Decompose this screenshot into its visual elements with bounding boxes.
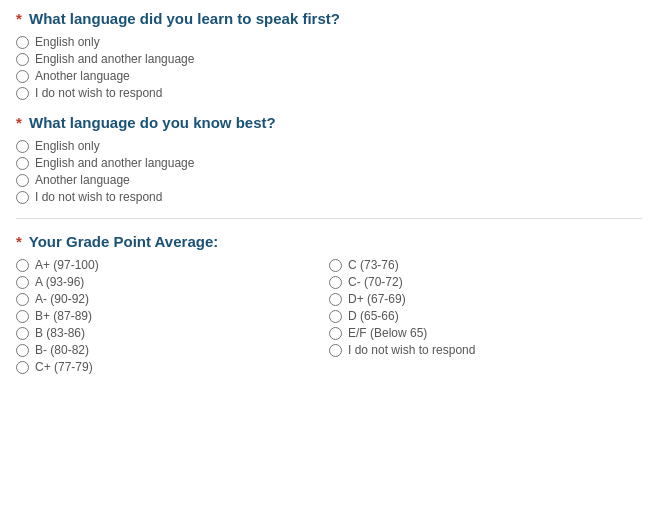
question-1-options: English onlyEnglish and another language… xyxy=(16,35,642,100)
radio-option[interactable]: Another language xyxy=(16,173,642,187)
gpa-column-left: A+ (97-100)A (93-96)A- (90-92)B+ (87-89)… xyxy=(16,258,329,377)
required-star-3: * xyxy=(16,233,22,250)
radio-label: A- (90-92) xyxy=(35,292,89,306)
radio-label: I do not wish to respond xyxy=(35,86,162,100)
radio-input[interactable] xyxy=(16,174,29,187)
question-3-title: * Your Grade Point Average: xyxy=(16,233,642,250)
radio-option[interactable]: B- (80-82) xyxy=(16,343,329,357)
radio-input[interactable] xyxy=(16,293,29,306)
radio-option[interactable]: D (65-66) xyxy=(329,309,642,323)
radio-input[interactable] xyxy=(329,310,342,323)
radio-label: A (93-96) xyxy=(35,275,84,289)
radio-input[interactable] xyxy=(16,344,29,357)
radio-input[interactable] xyxy=(16,53,29,66)
radio-option[interactable]: English and another language xyxy=(16,52,642,66)
radio-input[interactable] xyxy=(16,36,29,49)
question-3: * Your Grade Point Average: A+ (97-100)A… xyxy=(16,233,642,377)
radio-input[interactable] xyxy=(329,259,342,272)
radio-input[interactable] xyxy=(16,157,29,170)
radio-input[interactable] xyxy=(329,293,342,306)
radio-label: A+ (97-100) xyxy=(35,258,99,272)
question-1-title: * What language did you learn to speak f… xyxy=(16,10,642,27)
radio-input[interactable] xyxy=(16,259,29,272)
radio-input[interactable] xyxy=(16,276,29,289)
radio-option[interactable]: I do not wish to respond xyxy=(16,86,642,100)
radio-option[interactable]: C+ (77-79) xyxy=(16,360,329,374)
radio-label: Another language xyxy=(35,173,130,187)
radio-input[interactable] xyxy=(329,344,342,357)
radio-option[interactable]: C (73-76) xyxy=(329,258,642,272)
radio-label: English only xyxy=(35,35,100,49)
radio-input[interactable] xyxy=(329,327,342,340)
radio-label: D+ (67-69) xyxy=(348,292,406,306)
radio-input[interactable] xyxy=(16,87,29,100)
required-star-2: * xyxy=(16,114,22,131)
question-2-options: English onlyEnglish and another language… xyxy=(16,139,642,204)
question-1: * What language did you learn to speak f… xyxy=(16,10,642,100)
radio-option[interactable]: A- (90-92) xyxy=(16,292,329,306)
gpa-columns: A+ (97-100)A (93-96)A- (90-92)B+ (87-89)… xyxy=(16,258,642,377)
radio-option[interactable]: I do not wish to respond xyxy=(16,190,642,204)
radio-label: E/F (Below 65) xyxy=(348,326,427,340)
radio-option[interactable]: English and another language xyxy=(16,156,642,170)
radio-label: C (73-76) xyxy=(348,258,399,272)
radio-input[interactable] xyxy=(16,310,29,323)
radio-label: D (65-66) xyxy=(348,309,399,323)
radio-label: B+ (87-89) xyxy=(35,309,92,323)
radio-option[interactable]: C- (70-72) xyxy=(329,275,642,289)
radio-option[interactable]: Another language xyxy=(16,69,642,83)
radio-label: English only xyxy=(35,139,100,153)
radio-option[interactable]: A (93-96) xyxy=(16,275,329,289)
question-2: * What language do you know best? Englis… xyxy=(16,114,642,204)
section-divider xyxy=(16,218,642,219)
radio-input[interactable] xyxy=(16,191,29,204)
radio-label: I do not wish to respond xyxy=(348,343,475,357)
radio-input[interactable] xyxy=(16,70,29,83)
radio-option[interactable]: B (83-86) xyxy=(16,326,329,340)
required-star-1: * xyxy=(16,10,22,27)
radio-option[interactable]: E/F (Below 65) xyxy=(329,326,642,340)
radio-input[interactable] xyxy=(16,327,29,340)
radio-input[interactable] xyxy=(16,140,29,153)
radio-option[interactable]: English only xyxy=(16,139,642,153)
radio-label: I do not wish to respond xyxy=(35,190,162,204)
radio-label: English and another language xyxy=(35,52,194,66)
radio-option[interactable]: English only xyxy=(16,35,642,49)
radio-label: C+ (77-79) xyxy=(35,360,93,374)
radio-label: English and another language xyxy=(35,156,194,170)
radio-label: B (83-86) xyxy=(35,326,85,340)
radio-input[interactable] xyxy=(16,361,29,374)
radio-label: C- (70-72) xyxy=(348,275,403,289)
radio-label: Another language xyxy=(35,69,130,83)
radio-option[interactable]: D+ (67-69) xyxy=(329,292,642,306)
radio-label: B- (80-82) xyxy=(35,343,89,357)
gpa-column-right: C (73-76)C- (70-72)D+ (67-69)D (65-66)E/… xyxy=(329,258,642,377)
radio-option[interactable]: I do not wish to respond xyxy=(329,343,642,357)
radio-option[interactable]: A+ (97-100) xyxy=(16,258,329,272)
radio-option[interactable]: B+ (87-89) xyxy=(16,309,329,323)
question-2-title: * What language do you know best? xyxy=(16,114,642,131)
radio-input[interactable] xyxy=(329,276,342,289)
